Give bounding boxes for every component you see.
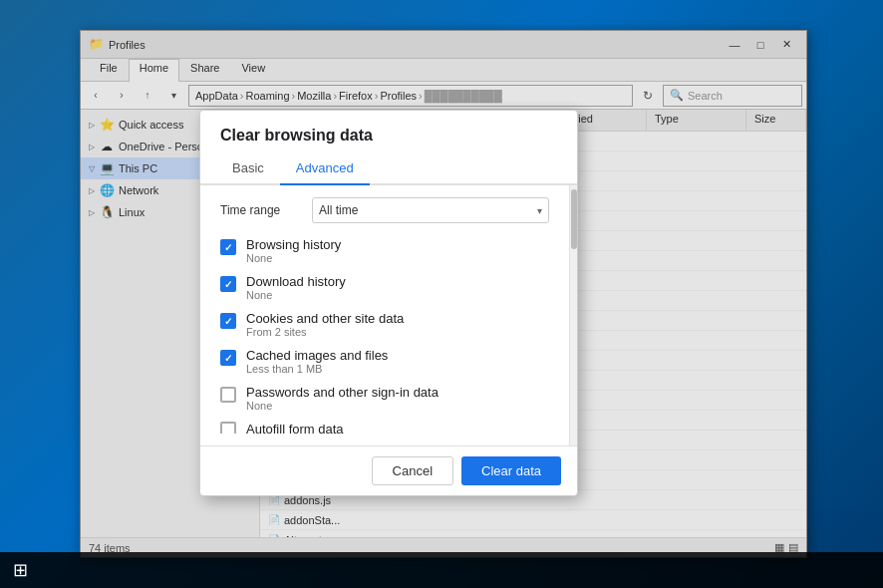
maximize-button[interactable]: □ <box>748 35 772 55</box>
window-title: Profiles <box>109 39 146 51</box>
checkbox-sub: None <box>246 252 341 264</box>
up-button[interactable]: ↑ <box>137 85 158 107</box>
cookies-checkbox[interactable]: ✓ <box>220 313 236 329</box>
check-icon: ✓ <box>224 279 232 290</box>
checkbox-label: Download history <box>246 274 346 289</box>
search-placeholder: Search <box>688 90 723 102</box>
check-icon: ✓ <box>224 353 232 364</box>
address-bar: ‹ › ↑ ▾ AppData › Roaming › Mozilla › Fi… <box>81 82 806 110</box>
chevron-icon: ▷ <box>89 143 95 151</box>
tab-share[interactable]: Share <box>179 59 230 81</box>
checkbox-sub: From 2 sites <box>246 326 404 338</box>
sidebar-label: This PC <box>119 162 157 174</box>
dialog-tabs: Basic Advanced <box>200 152 577 185</box>
search-box[interactable]: 🔍 Search <box>663 85 802 107</box>
tab-home[interactable]: Home <box>129 59 179 82</box>
time-range-label: Time range <box>220 203 300 217</box>
close-button[interactable]: ✕ <box>774 35 798 55</box>
file-icon: 📄 <box>268 514 280 525</box>
tab-basic[interactable]: Basic <box>216 152 280 185</box>
file-row[interactable]: 📄addonSta... <box>260 510 806 530</box>
checkbox-text: Download history None <box>246 274 346 301</box>
path-segment: Profiles <box>380 90 417 102</box>
start-button[interactable]: ⊞ <box>0 552 40 588</box>
folder-icon: 📁 <box>89 37 105 53</box>
cloud-icon: ☁ <box>99 140 115 153</box>
dialog-scrollbar[interactable] <box>569 185 577 445</box>
browsing-history-checkbox[interactable]: ✓ <box>220 239 236 255</box>
minimize-button[interactable]: — <box>723 35 746 55</box>
checkbox-label: Browsing history <box>246 237 341 252</box>
refresh-button[interactable]: ↻ <box>637 85 659 107</box>
passwords-checkbox[interactable] <box>220 387 236 403</box>
time-range-select[interactable]: All time ▾ <box>312 197 549 223</box>
autofill-label: Autofill form data <box>246 422 344 434</box>
check-icon: ✓ <box>224 242 232 253</box>
col-size[interactable]: Size <box>746 110 806 131</box>
recent-locations-button[interactable]: ▾ <box>162 85 184 107</box>
chevron-icon: ▷ <box>89 208 95 217</box>
linux-icon: 🐧 <box>99 205 115 219</box>
chevron-icon: ▷ <box>89 186 95 195</box>
download-history-item: ✓ Download history None <box>220 274 549 301</box>
cancel-button[interactable]: Cancel <box>372 456 453 485</box>
chevron-icon: ▽ <box>89 164 95 173</box>
chevron-icon: ▷ <box>89 121 95 130</box>
download-history-checkbox[interactable]: ✓ <box>220 276 236 292</box>
time-range-value: All time <box>319 203 358 217</box>
path-segment: Mozilla <box>297 90 331 102</box>
checkbox-sub: None <box>246 400 439 412</box>
tab-view[interactable]: View <box>230 59 276 81</box>
file-row[interactable]: 📄Alternate... <box>260 530 806 537</box>
cached-item: ✓ Cached images and files Less than 1 MB <box>220 348 549 375</box>
checkbox-label: Cookies and other site data <box>246 311 404 326</box>
search-icon: 🔍 <box>670 89 684 102</box>
scrollbar-thumb[interactable] <box>571 189 577 249</box>
title-bar-controls: — □ ✕ <box>723 35 798 55</box>
cached-checkbox[interactable]: ✓ <box>220 350 236 366</box>
dialog-body: Time range All time ▾ ✓ Browsing history… <box>200 185 569 445</box>
checkbox-text: Cached images and files Less than 1 MB <box>246 348 388 375</box>
checkbox-sub: None <box>246 289 346 301</box>
sidebar-label: Linux <box>119 206 145 218</box>
path-segment: Firefox <box>339 90 373 102</box>
pc-icon: 💻 <box>99 161 115 175</box>
star-icon: ⭐ <box>99 118 115 132</box>
windows-logo-icon: ⊞ <box>13 559 28 581</box>
clear-browsing-dialog: Clear browsing data Basic Advanced Time … <box>199 110 578 496</box>
ribbon-tabs: File Home Share View <box>81 59 806 81</box>
sidebar-label: Network <box>119 184 158 196</box>
checkbox-sub: Less than 1 MB <box>246 363 388 375</box>
title-bar-left: 📁 Profiles <box>89 37 146 53</box>
address-path[interactable]: AppData › Roaming › Mozilla › Firefox › … <box>188 85 633 107</box>
tab-file[interactable]: File <box>89 59 129 81</box>
forward-button[interactable]: › <box>111 85 133 107</box>
passwords-item: Passwords and other sign-in data None <box>220 385 549 412</box>
checkbox-label: Cached images and files <box>246 348 388 363</box>
ribbon: File Home Share View <box>81 59 806 82</box>
title-bar: 📁 Profiles — □ ✕ <box>81 31 806 59</box>
checkbox-text: Passwords and other sign-in data None <box>246 385 439 412</box>
path-segment: AppData <box>195 90 238 102</box>
browsing-history-item: ✓ Browsing history None <box>220 237 549 264</box>
chevron-down-icon: ▾ <box>537 205 542 216</box>
network-icon: 🌐 <box>99 183 115 197</box>
back-button[interactable]: ‹ <box>85 85 107 107</box>
checkbox-text: Cookies and other site data From 2 sites <box>246 311 404 338</box>
checkbox-text: Browsing history None <box>246 237 341 264</box>
desktop: 📁 Profiles — □ ✕ File Home Share View ‹ … <box>0 0 883 588</box>
checkbox-label: Passwords and other sign-in data <box>246 385 439 400</box>
path-segment: Roaming <box>245 90 289 102</box>
autofill-checkbox[interactable] <box>220 422 236 434</box>
col-type[interactable]: Type <box>647 110 746 131</box>
check-icon: ✓ <box>224 316 232 327</box>
sidebar-label: Quick access <box>119 119 183 131</box>
clear-data-button[interactable]: Clear data <box>461 456 561 485</box>
tab-advanced[interactable]: Advanced <box>280 152 370 185</box>
cookies-item: ✓ Cookies and other site data From 2 sit… <box>220 311 549 338</box>
taskbar: ⊞ <box>0 552 883 588</box>
dialog-title: Clear browsing data <box>200 111 577 152</box>
time-range-row: Time range All time ▾ <box>220 197 549 223</box>
dialog-footer: Cancel Clear data <box>200 445 577 495</box>
path-masked: ██████████ <box>425 90 502 102</box>
